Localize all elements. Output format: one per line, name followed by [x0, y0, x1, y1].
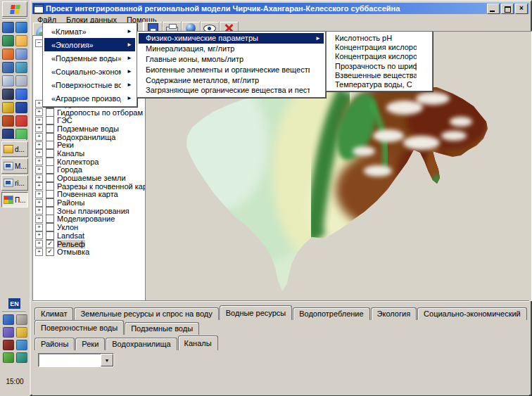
- quick-launch-msn-icon[interactable]: [15, 89, 27, 100]
- expand-icon[interactable]: +: [35, 117, 43, 124]
- tray-icon[interactable]: [3, 314, 14, 325]
- menu-item[interactable]: Кислотность pH ►: [328, 33, 431, 42]
- menu-item[interactable]: «Аграрное производство» ►: [44, 91, 135, 105]
- close-button[interactable]: ×: [515, 4, 528, 14]
- restore-button[interactable]: [501, 4, 514, 14]
- expand-icon[interactable]: +: [35, 124, 43, 132]
- title-bar[interactable]: Проект интегрированной региональной моде…: [32, 3, 529, 14]
- tab[interactable]: Реки: [75, 338, 105, 350]
- menu-item[interactable]: Температура воды, С ►: [328, 79, 431, 89]
- tree-item[interactable]: + ✓ Уклон: [35, 223, 146, 231]
- taskbar-button-folder[interactable]: d...: [1, 141, 28, 157]
- expand-icon[interactable]: +: [35, 224, 43, 231]
- expand-icon[interactable]: +: [35, 182, 43, 190]
- menu-item[interactable]: Прозрачность по шрифту, см ►: [328, 61, 431, 70]
- layer-checkbox[interactable]: ✓: [46, 198, 54, 207]
- tree-item[interactable]: + ✓ Гидропосты по отборам: [35, 108, 146, 117]
- expand-icon[interactable]: +: [35, 158, 43, 165]
- taskbar-button-project[interactable]: П...: [1, 192, 28, 207]
- expand-icon[interactable]: +: [35, 149, 43, 157]
- expand-icon[interactable]: +: [35, 231, 43, 239]
- layer-checkbox[interactable]: ✓: [46, 124, 54, 133]
- tab[interactable]: Водопотребление: [293, 307, 369, 320]
- object-combobox[interactable]: ▼: [38, 353, 114, 367]
- quick-launch-powerpoint-icon[interactable]: [2, 49, 14, 60]
- tab[interactable]: Каналы: [178, 336, 218, 350]
- menu-item[interactable]: «Подземные воды» ►: [44, 51, 135, 65]
- quick-launch-frontpage-icon[interactable]: [15, 49, 27, 60]
- tree-item[interactable]: + ✓ Водохранилища: [35, 133, 146, 141]
- tab[interactable]: Климат: [34, 307, 73, 320]
- layer-checkbox[interactable]: ✓: [46, 240, 54, 248]
- tree-item[interactable]: + ✓ Города: [35, 166, 146, 174]
- layer-checkbox[interactable]: ✓: [46, 190, 54, 198]
- quick-launch-excel-icon[interactable]: [2, 35, 14, 46]
- layer-checkbox[interactable]: ✓: [46, 215, 54, 223]
- layer-checkbox[interactable]: ✓: [46, 165, 54, 174]
- menu-item[interactable]: Биогенные элементы и органические вещест…: [139, 64, 324, 75]
- tab[interactable]: Районы: [34, 338, 75, 350]
- tree-item[interactable]: + ✓ Моделирование: [35, 215, 146, 224]
- menu-item[interactable]: Концентрация кислорода в % ►: [328, 52, 431, 61]
- menu-item[interactable]: Концентрация кислорода, мг/дм3 ►: [328, 42, 431, 51]
- menu-item[interactable]: Загрязняющие органические вещества и пес…: [139, 85, 324, 96]
- layer-checkbox[interactable]: ✓: [46, 182, 54, 191]
- layer-checkbox[interactable]: ✓: [46, 223, 54, 231]
- start-button[interactable]: [2, 1, 27, 17]
- tray-icon[interactable]: [3, 327, 14, 338]
- layer-checkbox[interactable]: ✓: [46, 149, 54, 158]
- tray-icon[interactable]: [16, 340, 27, 350]
- quick-launch-coreldraw-icon[interactable]: [2, 115, 14, 127]
- quick-launch-messenger-icon[interactable]: [15, 115, 27, 127]
- taskbar-button-word-doc1[interactable]: M...: [1, 158, 28, 174]
- expand-icon[interactable]: +: [35, 248, 43, 256]
- tab[interactable]: Поверхностные воды: [34, 320, 124, 335]
- expand-icon[interactable]: +: [35, 174, 43, 182]
- menu-item[interactable]: Минерализация, мг/литр ►: [139, 44, 324, 54]
- expand-icon[interactable]: +: [35, 240, 43, 248]
- menu-item[interactable]: Взвешенные вещества, мг/литр ►: [328, 70, 431, 79]
- layer-checkbox[interactable]: ✓: [46, 158, 54, 166]
- menu-item[interactable]: «Климат» ►: [44, 25, 135, 38]
- tree-item[interactable]: + ✓ Орошаемые земли: [35, 174, 146, 182]
- tree-item[interactable]: + ✓ Зоны планирования: [35, 207, 146, 215]
- quick-launch-folder-icon[interactable]: [15, 35, 27, 46]
- tray-icon[interactable]: [3, 340, 14, 350]
- tray-icon[interactable]: [16, 314, 27, 325]
- tab[interactable]: Водохранилища: [106, 338, 177, 350]
- tab[interactable]: Подземные воды: [125, 322, 199, 335]
- tree-item[interactable]: + ✓ Каналы: [35, 149, 146, 158]
- tree-item[interactable]: + ✓ Подземные воды: [35, 124, 146, 133]
- expand-icon[interactable]: +: [35, 191, 43, 198]
- tab[interactable]: Водные ресурсы: [220, 305, 292, 320]
- tree-item[interactable]: + ✓ ГЭС: [35, 116, 146, 124]
- menu-item[interactable]: Главные ионы, ммоль/литр ►: [139, 54, 324, 65]
- tray-icon[interactable]: [16, 327, 27, 338]
- quick-launch-document-icon[interactable]: [2, 75, 14, 87]
- expand-icon[interactable]: +: [35, 133, 43, 141]
- tray-icon[interactable]: [3, 352, 14, 363]
- expand-icon[interactable]: +: [35, 166, 43, 174]
- tab[interactable]: Земельные ресурсы и спрос на воду: [74, 307, 218, 320]
- expand-icon[interactable]: +: [35, 108, 43, 116]
- taskbar-button-word-doc2[interactable]: ri...: [1, 175, 28, 191]
- tree-item[interactable]: + ✓ Разрезы к почвенной карте: [35, 182, 146, 191]
- quick-launch-console-icon[interactable]: [15, 102, 27, 113]
- quick-launch-outlook-icon[interactable]: [15, 62, 27, 73]
- layer-checkbox[interactable]: ✓: [46, 231, 54, 240]
- layer-checkbox[interactable]: ✓: [46, 207, 54, 215]
- tab[interactable]: Социально-экономический: [417, 307, 527, 320]
- menu-item[interactable]: «Социально-экономический» ►: [44, 65, 135, 78]
- expand-icon[interactable]: +: [35, 141, 43, 149]
- quick-launch-paint-icon[interactable]: [2, 102, 14, 113]
- language-indicator[interactable]: EN: [8, 298, 20, 309]
- menu-item[interactable]: «Экология» ►: [44, 38, 135, 51]
- menu-item[interactable]: Физико-химические параметры ►: [139, 33, 324, 44]
- tray-icon[interactable]: [16, 352, 27, 363]
- tab[interactable]: Экология: [371, 307, 417, 320]
- chevron-down-icon[interactable]: ▼: [101, 354, 113, 366]
- quick-launch-ie-icon[interactable]: [15, 22, 27, 33]
- layer-checkbox[interactable]: ✓: [46, 108, 54, 117]
- taskbar-clock[interactable]: 15:00: [0, 378, 30, 385]
- layer-checkbox[interactable]: ✓: [46, 174, 54, 182]
